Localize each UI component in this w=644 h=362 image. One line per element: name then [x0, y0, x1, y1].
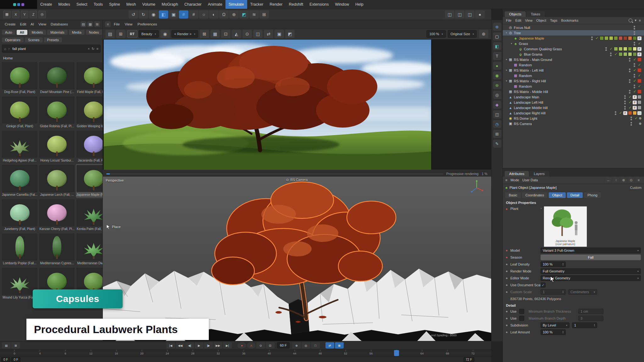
- timeline-ruler[interactable]: 04812162024283236404448525660646872: [0, 349, 491, 357]
- enabled-check[interactable]: ✓: [595, 36, 599, 40]
- section-tab-object[interactable]: Object: [549, 192, 566, 198]
- gear-icon[interactable]: ⊛: [493, 81, 501, 89]
- object-row-focus-null[interactable]: ◎Focus Null: [503, 25, 644, 30]
- material-swatch[interactable]: [619, 47, 623, 51]
- section-tab-coordinates[interactable]: Coordinates: [522, 192, 547, 198]
- tab-layers[interactable]: Layers: [530, 171, 549, 177]
- filter-tab-media[interactable]: Media: [69, 30, 85, 35]
- goto-end-button[interactable]: ▶|: [223, 342, 232, 348]
- object-row-common-quaking-grass[interactable]: ψCommon Quaking Grass✓F: [503, 46, 644, 52]
- visibility-dots[interactable]: [629, 58, 630, 62]
- material-swatch[interactable]: [614, 47, 618, 51]
- menu-help[interactable]: Help: [352, 0, 367, 9]
- asset-item-golden-weeping-willo[interactable]: Golden Weeping Willo...: [76, 96, 103, 129]
- field-season[interactable]: Fall: [541, 255, 641, 260]
- enabled-check[interactable]: ✓: [609, 47, 613, 51]
- layers-icon[interactable]: ▣: [275, 30, 284, 38]
- om-menu-view[interactable]: View: [525, 19, 533, 22]
- redo-button[interactable]: ↻: [139, 10, 148, 19]
- visibility-dots[interactable]: [610, 52, 612, 56]
- section-tab-phong[interactable]: Phong: [584, 192, 601, 198]
- capsule-tool[interactable]: ◩: [239, 10, 249, 19]
- anim-dot[interactable]: [506, 311, 508, 312]
- boxes-icon[interactable]: ⊞: [493, 130, 501, 138]
- enabled-check[interactable]: ✓: [633, 68, 637, 72]
- list-icon[interactable]: ≡: [639, 19, 641, 22]
- sphere-icon[interactable]: ●: [493, 62, 501, 70]
- material-swatch[interactable]: [600, 36, 604, 40]
- visibility-dots[interactable]: [634, 26, 635, 30]
- tag-badge[interactable]: F: [623, 111, 627, 115]
- anim-dot[interactable]: [506, 271, 508, 272]
- custom-dropdown[interactable]: Custom: [630, 186, 641, 189]
- menu-animate[interactable]: Animate: [205, 0, 225, 9]
- category-tab-scenes[interactable]: Scenes: [25, 37, 43, 42]
- visibility-dots[interactable]: [630, 122, 632, 126]
- goto-start-button[interactable]: |◀: [166, 342, 175, 348]
- category-tab-operators[interactable]: Operators: [2, 37, 24, 42]
- field-subdivision-mode[interactable]: By Level▾: [541, 322, 569, 328]
- snap-grid-toggle[interactable]: #: [179, 10, 188, 19]
- anim-dot[interactable]: [506, 250, 508, 251]
- region-icon[interactable]: ⊡: [221, 30, 230, 38]
- simulation-cloud[interactable]: ≋: [249, 10, 259, 19]
- field-unit[interactable]: Centimeters▾: [568, 289, 597, 295]
- material-swatch[interactable]: [637, 95, 641, 99]
- object-row-blue-grama[interactable]: ψBlue Grama✓F: [503, 52, 644, 57]
- circle-tool-a[interactable]: ○: [199, 10, 208, 19]
- pip-icon[interactable]: ◩: [285, 30, 295, 38]
- grid-icon[interactable]: ▦: [210, 30, 220, 38]
- figure-icon[interactable]: ◉: [493, 71, 501, 80]
- record-button[interactable]: ●: [237, 342, 246, 348]
- timeline-list-icon[interactable]: ⊞: [11, 342, 20, 348]
- enabled-check[interactable]: ✓: [628, 106, 632, 110]
- enabled-check[interactable]: ✓: [634, 116, 638, 120]
- view-label[interactable]: Perspective: [106, 178, 124, 182]
- render-select-dropdown[interactable]: < Render >▾: [171, 30, 198, 38]
- workplane-icon[interactable]: ▦: [3, 11, 11, 18]
- om-menu-object[interactable]: Object: [536, 19, 546, 22]
- tab-objects[interactable]: Objects: [505, 11, 526, 17]
- material-swatch[interactable]: [619, 36, 623, 40]
- visibility-dots[interactable]: [634, 85, 635, 88]
- enabled-check[interactable]: ✓: [633, 79, 637, 83]
- magnet-snap[interactable]: Ω: [219, 10, 229, 19]
- menu-tools[interactable]: Tools: [91, 0, 106, 9]
- field-subdivision-level[interactable]: 1▴▾: [572, 322, 597, 328]
- menu-extensions[interactable]: Extensions: [306, 0, 332, 9]
- visibility-dots[interactable]: [624, 95, 626, 99]
- category-tab-presets[interactable]: Presets: [44, 37, 62, 42]
- filter-tab-models[interactable]: Models: [29, 30, 46, 35]
- search-icon[interactable]: [629, 19, 632, 22]
- object-row-japanese-maple[interactable]: ♣Japanese Maple✓F: [503, 36, 644, 41]
- snap-toggle[interactable]: ⇄: [325, 342, 334, 348]
- end-frame-field[interactable]: 72 F: [464, 357, 474, 362]
- visibility-dots[interactable]: [624, 101, 626, 104]
- clock-icon[interactable]: ◷: [493, 120, 501, 128]
- snapshot-icon[interactable]: ▤: [105, 30, 115, 38]
- menu-spline[interactable]: Spline: [106, 0, 123, 9]
- asset-item-juneberry-fall-plant[interactable]: Juneberry (Fall, Plant): [1, 198, 38, 232]
- visibility-dots[interactable]: [615, 111, 616, 115]
- asset-menu-create[interactable]: Create: [3, 22, 18, 26]
- asset-item-japanese-larch-fall[interactable]: Japanese Larch (Fall, ...: [39, 164, 75, 198]
- om-menu-bookmarks[interactable]: Bookmarks: [561, 19, 578, 22]
- expand-icon[interactable]: ›: [541, 206, 542, 210]
- tag-icon[interactable]: ◆: [493, 101, 501, 109]
- anim-dot[interactable]: [506, 257, 508, 258]
- enabled-check[interactable]: ✓: [628, 95, 632, 99]
- move-axes-icon[interactable]: ⊕: [493, 23, 501, 31]
- material-swatch[interactable]: [623, 36, 627, 40]
- compass-icon[interactable]: ◎: [493, 91, 501, 99]
- filter-icon[interactable]: ▼: [634, 19, 637, 22]
- object-row-random[interactable]: ▩Random✓: [503, 73, 644, 78]
- axis-gizmo[interactable]: [469, 179, 484, 194]
- menu-mesh[interactable]: Mesh: [123, 0, 139, 9]
- menu-modes[interactable]: Modes: [55, 0, 74, 9]
- clear-search-icon[interactable]: ×: [88, 47, 90, 51]
- tag-badge[interactable]: F: [633, 101, 637, 104]
- asset-menu-databases[interactable]: Databases: [48, 22, 70, 26]
- keyframe-button[interactable]: ⊙: [256, 342, 265, 348]
- menu-character[interactable]: Character: [181, 0, 205, 9]
- panel-icon[interactable]: ⊞: [94, 21, 100, 27]
